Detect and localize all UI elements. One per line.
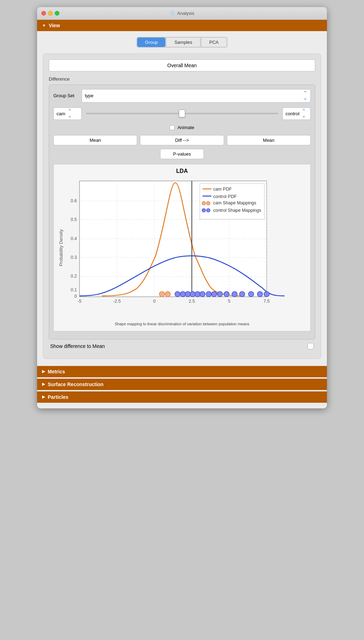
svg-text:2.5: 2.5 xyxy=(189,299,195,304)
tabs-row: Group Samples PCA xyxy=(43,37,321,48)
lda-chart-svg: 0.6 0.5 0.4 0.3 0.2 0.1 0 -5 -2.5 0 2.5 xyxy=(57,176,307,319)
minimize-button[interactable] xyxy=(48,11,53,16)
svg-point-25 xyxy=(240,291,245,297)
svg-point-24 xyxy=(232,291,237,297)
svg-point-52 xyxy=(206,209,210,212)
disk-icon: 💿 xyxy=(170,11,175,16)
svg-point-17 xyxy=(190,291,195,297)
svg-point-12 xyxy=(159,291,165,297)
mean-left-button[interactable]: Mean xyxy=(53,135,137,145)
svg-text:0.6: 0.6 xyxy=(71,198,77,203)
svg-point-27 xyxy=(257,291,263,297)
metrics-label: Metrics xyxy=(48,369,65,374)
slider-thumb[interactable] xyxy=(179,110,185,117)
difference-label: Difference xyxy=(49,76,315,82)
animate-label: Animate xyxy=(177,125,194,130)
svg-point-15 xyxy=(180,291,186,297)
svg-text:-2.5: -2.5 xyxy=(113,299,121,304)
svg-text:cam Shape Mappings: cam Shape Mappings xyxy=(213,201,256,206)
group-set-value: type xyxy=(85,93,94,98)
svg-text:7.5: 7.5 xyxy=(264,299,270,304)
svg-point-28 xyxy=(264,291,269,297)
diff-button[interactable]: Diff --> xyxy=(140,135,224,145)
show-diff-label: Show difference to Mean xyxy=(50,343,105,349)
show-diff-row: Show difference to Mean xyxy=(49,339,315,353)
surface-arrow: ▶ xyxy=(42,382,45,386)
inner-panel: Overall Mean Difference Group Set type ⌃… xyxy=(43,53,321,359)
svg-point-16 xyxy=(185,291,190,297)
svg-text:-5: -5 xyxy=(77,299,81,304)
view-section-header[interactable]: ▼ View xyxy=(37,20,327,31)
left-spinner[interactable]: cam ⌃ ⌄ xyxy=(53,107,82,120)
view-arrow: ▼ xyxy=(42,23,46,28)
svg-text:5: 5 xyxy=(228,299,230,304)
svg-point-20 xyxy=(206,291,211,297)
svg-point-22 xyxy=(217,291,223,297)
svg-point-14 xyxy=(175,291,180,297)
svg-point-21 xyxy=(211,291,217,297)
chart-title: LDA xyxy=(57,168,307,174)
pvalues-row: P-values xyxy=(53,149,311,159)
main-window: 💿 Analysis ▼ View Group Samples PCA Over… xyxy=(37,7,327,408)
view-label: View xyxy=(49,23,60,28)
close-button[interactable] xyxy=(41,11,46,16)
svg-text:0: 0 xyxy=(153,299,155,304)
overall-mean-button[interactable]: Overall Mean xyxy=(49,59,315,71)
view-content: Group Samples PCA Overall Mean Differenc… xyxy=(37,31,327,365)
surface-label: Surface Reconstruction xyxy=(48,382,104,387)
animate-row: Animate xyxy=(53,125,311,130)
svg-text:control PDF: control PDF xyxy=(213,194,237,199)
particles-section: ▶ Particles xyxy=(37,391,327,403)
chart-container: LDA xyxy=(53,164,311,331)
svg-point-51 xyxy=(202,209,206,212)
particles-label: Particles xyxy=(48,394,68,400)
svg-point-49 xyxy=(206,202,210,205)
svg-text:0.3: 0.3 xyxy=(71,255,77,260)
show-diff-checkbox[interactable] xyxy=(307,343,314,349)
mean-buttons-row: Mean Diff --> Mean xyxy=(53,135,311,145)
svg-text:Probability Density: Probability Density xyxy=(59,229,64,266)
metrics-arrow: ▶ xyxy=(42,369,45,374)
group-set-label: Group Set xyxy=(53,93,78,98)
difference-section: Group Set type ⌃ ⌄ cam ⌃ xyxy=(49,85,315,339)
svg-point-19 xyxy=(200,291,205,297)
right-spinner-value: control xyxy=(286,111,299,116)
tab-pca[interactable]: PCA xyxy=(201,37,227,47)
title-bar: 💿 Analysis xyxy=(37,7,327,20)
left-spinner-value: cam xyxy=(57,111,65,116)
svg-point-23 xyxy=(224,291,229,297)
tab-samples[interactable]: Samples xyxy=(166,37,200,47)
metrics-header[interactable]: ▶ Metrics xyxy=(37,366,327,377)
pvalues-button[interactable]: P-values xyxy=(160,149,204,159)
svg-text:control Shape Mappings: control Shape Mappings xyxy=(213,208,261,213)
group-set-select[interactable]: type ⌃ ⌄ xyxy=(82,89,311,103)
particles-header[interactable]: ▶ Particles xyxy=(37,391,327,403)
right-spinner-arrows-icon: ⌃ ⌄ xyxy=(301,109,306,118)
surface-header[interactable]: ▶ Surface Reconstruction xyxy=(37,379,327,390)
window-controls xyxy=(41,11,59,16)
tab-group[interactable]: Group xyxy=(137,37,165,47)
svg-text:0.5: 0.5 xyxy=(71,217,77,222)
maximize-button[interactable] xyxy=(55,11,59,16)
mean-right-button[interactable]: Mean xyxy=(227,135,311,145)
chart-caption: Shape mapping to linear discrimination o… xyxy=(57,322,307,326)
group-set-row: Group Set type ⌃ ⌄ xyxy=(53,89,311,103)
left-spinner-arrows-icon: ⌃ ⌄ xyxy=(67,109,72,118)
svg-text:0.2: 0.2 xyxy=(71,274,77,279)
select-arrows-icon: ⌃ ⌄ xyxy=(303,91,307,100)
svg-text:0.1: 0.1 xyxy=(71,287,77,292)
svg-point-26 xyxy=(248,291,254,297)
right-spinner[interactable]: control ⌃ ⌄ xyxy=(282,107,311,120)
window-title: 💿 Analysis xyxy=(170,11,194,16)
surface-section: ▶ Surface Reconstruction xyxy=(37,379,327,390)
svg-text:0: 0 xyxy=(74,294,77,299)
animate-checkbox[interactable] xyxy=(170,125,175,130)
particles-arrow: ▶ xyxy=(42,395,45,399)
svg-text:cam PDF: cam PDF xyxy=(213,187,232,192)
chart-area: 0.6 0.5 0.4 0.3 0.2 0.1 0 -5 -2.5 0 2.5 xyxy=(57,176,307,320)
metrics-section: ▶ Metrics xyxy=(37,366,327,377)
svg-text:0.4: 0.4 xyxy=(71,236,77,241)
svg-point-18 xyxy=(195,291,200,297)
controls-row: cam ⌃ ⌄ control ⌃ ⌄ xyxy=(53,107,311,120)
slider-track[interactable] xyxy=(86,113,278,114)
